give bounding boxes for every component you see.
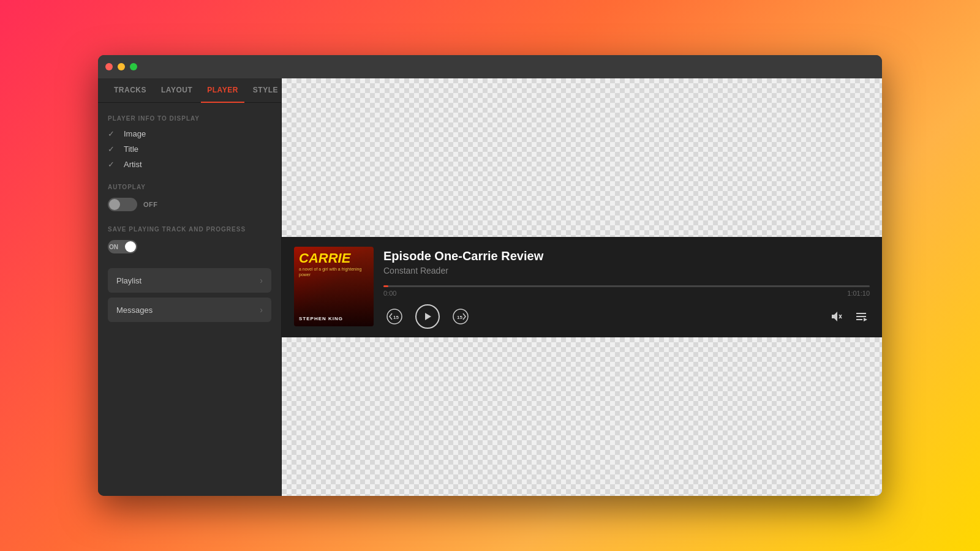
svg-marker-5 — [832, 312, 837, 321]
album-author: STEPHEN KING — [299, 316, 369, 321]
checkbox-image[interactable]: ✓ Image — [108, 129, 271, 138]
check-icon-title: ✓ — [108, 144, 118, 154]
sidebar-content: PLAYER INFO TO DISPLAY ✓ Image ✓ Title ✓… — [98, 103, 281, 496]
player-info: Episode One-Carrie Review Constant Reade… — [383, 247, 870, 329]
player-info-label: PLAYER INFO TO DISPLAY — [108, 115, 271, 122]
title-bar — [98, 55, 882, 78]
time-total: 1:01:10 — [847, 290, 870, 297]
check-icon-artist: ✓ — [108, 160, 118, 169]
svg-text:15: 15 — [457, 315, 462, 320]
playlist-button[interactable] — [853, 308, 870, 325]
check-icon-image: ✓ — [108, 129, 118, 138]
volume-icon — [831, 310, 843, 323]
save-toggle-knob — [125, 241, 136, 252]
autoplay-section: AUTOPLAY OFF — [108, 184, 271, 211]
svg-rect-10 — [856, 319, 862, 320]
autoplay-toggle-row: OFF — [108, 198, 271, 211]
checkbox-image-label: Image — [124, 129, 146, 138]
time-current: 0:00 — [383, 290, 396, 297]
album-art-text: CARRIE a novel of a girl with a frighten… — [299, 252, 369, 277]
volume-button[interactable] — [828, 308, 845, 325]
save-section: SAVE PLAYING TRACK AND PROGRESS ON — [108, 226, 271, 253]
player-info-section: PLAYER INFO TO DISPLAY ✓ Image ✓ Title ✓… — [108, 115, 271, 169]
svg-marker-11 — [864, 318, 867, 321]
progress-container: 0:00 1:01:10 — [383, 285, 870, 297]
playlist-menu-item[interactable]: Playlist › — [108, 268, 271, 293]
progress-times: 0:00 1:01:10 — [383, 290, 870, 297]
play-button[interactable] — [415, 304, 440, 329]
play-icon — [423, 312, 432, 321]
playlist-icon — [855, 310, 867, 323]
chevron-right-icon: › — [260, 276, 263, 285]
progress-bar-fill — [383, 285, 388, 287]
svg-rect-8 — [856, 313, 866, 314]
minimize-button[interactable] — [118, 63, 125, 70]
svg-rect-9 — [856, 316, 866, 317]
app-body: TRACKS LAYOUT PLAYER STYLE PLAYER INFO T… — [98, 78, 882, 496]
player-bar: CARRIE a novel of a girl with a frighten… — [282, 237, 882, 337]
save-toggle-row: ON — [108, 240, 271, 253]
player-inner: CARRIE a novel of a girl with a frighten… — [282, 237, 882, 337]
maximize-button[interactable] — [130, 63, 137, 70]
tab-player[interactable]: PLAYER — [201, 78, 244, 103]
sidebar: TRACKS LAYOUT PLAYER STYLE PLAYER INFO T… — [98, 78, 282, 496]
player-controls: 15 — [383, 304, 870, 329]
album-title: CARRIE — [299, 252, 369, 265]
save-on-label: ON — [109, 244, 121, 250]
tab-layout[interactable]: LAYOUT — [155, 78, 198, 103]
tab-tracks[interactable]: TRACKS — [108, 78, 153, 103]
rewind-button[interactable]: 15 — [383, 305, 405, 328]
save-label: SAVE PLAYING TRACK AND PROGRESS — [108, 226, 271, 233]
playlist-label: Playlist — [116, 276, 141, 285]
player-top: CARRIE a novel of a girl with a frighten… — [294, 247, 870, 329]
episode-title: Episode One-Carrie Review — [383, 249, 870, 263]
chevron-right-icon-2: › — [260, 305, 263, 315]
app-window: TRACKS LAYOUT PLAYER STYLE PLAYER INFO T… — [98, 55, 882, 496]
rewind-icon: 15 — [386, 308, 403, 325]
tab-bar: TRACKS LAYOUT PLAYER STYLE — [98, 78, 281, 103]
close-button[interactable] — [105, 63, 113, 70]
checkbox-artist-label: Artist — [124, 160, 142, 169]
autoplay-toggle[interactable] — [108, 198, 137, 211]
toggle-knob — [109, 199, 120, 210]
album-subtitle: a novel of a girl with a frightening pow… — [299, 266, 369, 277]
album-art: CARRIE a novel of a girl with a frighten… — [294, 247, 374, 326]
autoplay-toggle-label: OFF — [143, 201, 158, 208]
svg-marker-2 — [425, 313, 431, 320]
svg-text:15: 15 — [393, 315, 399, 320]
main-content: CARRIE a novel of a girl with a frighten… — [282, 78, 882, 496]
forward-icon: 15 — [452, 308, 469, 325]
traffic-lights — [105, 63, 137, 70]
checkbox-artist[interactable]: ✓ Artist — [108, 160, 271, 169]
forward-button[interactable]: 15 — [450, 305, 472, 328]
progress-bar-track[interactable] — [383, 285, 870, 287]
save-toggle[interactable]: ON — [108, 240, 137, 253]
episode-author: Constant Reader — [383, 266, 870, 276]
checkbox-title[interactable]: ✓ Title — [108, 144, 271, 154]
autoplay-label: AUTOPLAY — [108, 184, 271, 190]
right-controls — [828, 308, 870, 325]
messages-menu-item[interactable]: Messages › — [108, 298, 271, 322]
messages-label: Messages — [116, 305, 153, 315]
checkbox-title-label: Title — [124, 144, 138, 154]
preview-area-bottom — [282, 337, 882, 496]
preview-area-top — [282, 78, 882, 237]
tab-style[interactable]: STYLE — [247, 78, 284, 103]
